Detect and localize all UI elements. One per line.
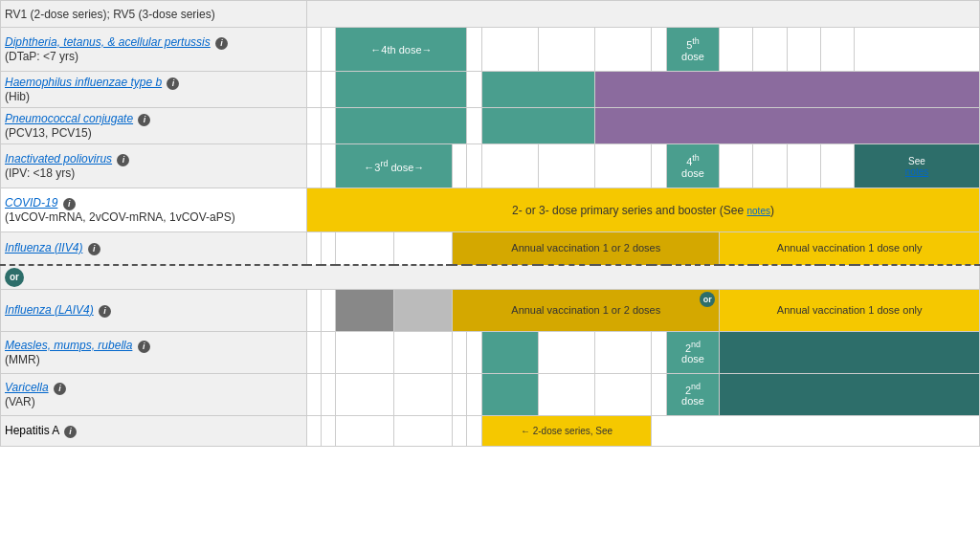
ipv-notes-link[interactable]: notes (905, 166, 928, 177)
dtap-subtitle: (DTaP: <7 yrs) (5, 50, 78, 63)
var-6m (453, 373, 467, 415)
iiv4-birth (307, 232, 322, 265)
dtap-5th-dose: 5th dose (666, 28, 720, 72)
dtap-info-icon[interactable]: i (215, 37, 228, 50)
mmr-6m (453, 331, 467, 373)
var-9m (467, 373, 481, 415)
ipv-6m (453, 144, 467, 188)
var-2nd-dose: 2nddose (666, 373, 720, 415)
var-2-3yr (652, 373, 666, 415)
ipv-9m (467, 144, 481, 188)
hepa-older (652, 415, 980, 446)
var-2m (336, 373, 394, 415)
pcv-1m (322, 108, 336, 144)
iiv4-link[interactable]: Influenza (IIV4) (5, 241, 82, 254)
var-4m (394, 373, 453, 415)
mmr-9m (467, 331, 481, 373)
table-row-hib: Haemophilus influenzae type b i (Hib) (1, 72, 980, 108)
laiv4-annual1: or Annual vaccination 1 or 2 doses (453, 289, 720, 331)
hib-9m (467, 72, 481, 108)
pcv-9m (467, 108, 481, 144)
table-row-var: Varicella i (VAR) 2nddose (1, 373, 980, 415)
ipv-2-3yr (652, 144, 666, 188)
dtap-5th-bot: dose (681, 51, 704, 62)
table-row-mmr: Measles, mumps, rubella i (MMR) 2nddose (1, 331, 980, 373)
mmr-link[interactable]: Measles, mumps, rubella (5, 339, 132, 352)
rv-label: RV1 (2-dose series); RV5 (3-dose series) (5, 8, 215, 21)
vaccine-name-rv: RV1 (2-dose series); RV5 (3-dose series) (1, 1, 307, 28)
ipv-link[interactable]: Inactivated poliovirus (5, 152, 112, 165)
hepa-info-icon[interactable]: i (64, 426, 77, 438)
dtap-link[interactable]: Diphtheria, tetanus, & acellular pertuss… (5, 35, 211, 49)
hib-birth (307, 72, 322, 108)
dtap-13-15yr (787, 28, 820, 72)
hib-teal-early (336, 72, 467, 108)
hepa-9m (467, 415, 481, 446)
table-row-hepa: Hepatitis A i ← 2-dose series, See (1, 415, 980, 446)
pcv-birth (307, 108, 322, 144)
dtap-16yr (820, 28, 854, 72)
dtap-birth (307, 28, 322, 72)
dtap-4th-dose: ←4th dose→ (336, 28, 467, 72)
ipv-info-icon[interactable]: i (117, 154, 129, 166)
hib-info-icon[interactable]: i (167, 77, 179, 90)
iiv4-1m (322, 232, 336, 265)
iiv4-annual2: Annual vaccination 1 dose only (720, 232, 980, 265)
table-row: RV1 (2-dose series); RV5 (3-dose series) (1, 1, 980, 28)
covid-link[interactable]: COVID-19 (5, 196, 57, 209)
mmr-subtitle: (MMR) (5, 353, 40, 366)
pcv-info-icon[interactable]: i (138, 114, 150, 126)
dtap-12m (481, 28, 538, 72)
hepa-2m (336, 415, 394, 446)
table-row-ipv: Inactivated poliovirus i (IPV: <18 yrs) … (1, 144, 980, 188)
ipv-1m (322, 144, 336, 188)
vaccine-name-hib: Haemophilus influenzae type b i (Hib) (1, 72, 307, 108)
laiv4-1m (322, 289, 336, 331)
dtap-7-10yr (720, 28, 753, 72)
covid-schedule-span: 2- or 3- dose primary series and booster… (307, 188, 980, 232)
mmr-info-icon[interactable]: i (138, 341, 150, 353)
hib-subtitle: (Hib) (5, 90, 30, 103)
var-info-icon[interactable]: i (54, 383, 66, 395)
laiv4-info-icon[interactable]: i (99, 305, 111, 318)
iiv4-4m (394, 232, 453, 265)
ipv-16yr (820, 144, 854, 188)
var-12m (481, 373, 538, 415)
iiv4-info-icon[interactable]: i (88, 243, 100, 255)
iiv4-annual1: Annual vaccination 1 or 2 doses (453, 232, 720, 265)
ipv-13-15yr (787, 144, 820, 188)
table-row-laiv4: Influenza (LAIV4) i or Annual vaccinatio… (1, 289, 980, 331)
rv-schedule-cells (307, 1, 980, 28)
ipv-subtitle: (IPV: <18 yrs) (5, 166, 75, 180)
laiv4-4m (394, 289, 453, 331)
hepa-label: Hepatitis A (5, 424, 59, 437)
ipv-see-notes: Seenotes (855, 144, 980, 188)
vaccine-name-pcv: Pneumococcal conjugate i (PCV13, PCV15) (1, 108, 307, 144)
vaccine-name-iiv4: Influenza (IIV4) i (1, 232, 307, 265)
pcv-teal-early (336, 108, 467, 144)
vaccine-schedule-table: RV1 (2-dose series); RV5 (3-dose series)… (0, 0, 980, 447)
hepa-4m (394, 415, 453, 446)
hepa-birth (307, 415, 322, 446)
table-row-dtap: Diphtheria, tetanus, & acellular pertuss… (1, 28, 980, 72)
hib-link[interactable]: Haemophilus influenzae type b (5, 76, 162, 89)
covid-info-icon[interactable]: i (63, 198, 76, 210)
var-subtitle: (VAR) (5, 395, 35, 408)
var-link[interactable]: Varicella (5, 381, 49, 394)
vaccine-name-laiv4: Influenza (LAIV4) i (1, 289, 307, 331)
mmr-2-3yr (652, 331, 666, 373)
mmr-12m (481, 331, 538, 373)
ipv-12m (481, 144, 538, 188)
laiv4-link[interactable]: Influenza (LAIV4) (5, 303, 94, 317)
ipv-11-12yr (753, 144, 787, 188)
mmr-older (720, 331, 980, 373)
mmr-birth (307, 331, 322, 373)
vaccine-name-mmr: Measles, mumps, rubella i (MMR) (1, 331, 307, 373)
hepa-1m (322, 415, 336, 446)
table-row-covid: COVID-19 i (1vCOV-mRNA, 2vCOV-mRNA, 1vCO… (1, 188, 980, 232)
laiv4-birth (307, 289, 322, 331)
or-badge: or (5, 268, 24, 287)
vaccine-name-hepa: Hepatitis A i (1, 415, 307, 446)
pcv-link[interactable]: Pneumococcal conjugate (5, 112, 133, 125)
covid-notes-link[interactable]: notes (746, 206, 769, 216)
